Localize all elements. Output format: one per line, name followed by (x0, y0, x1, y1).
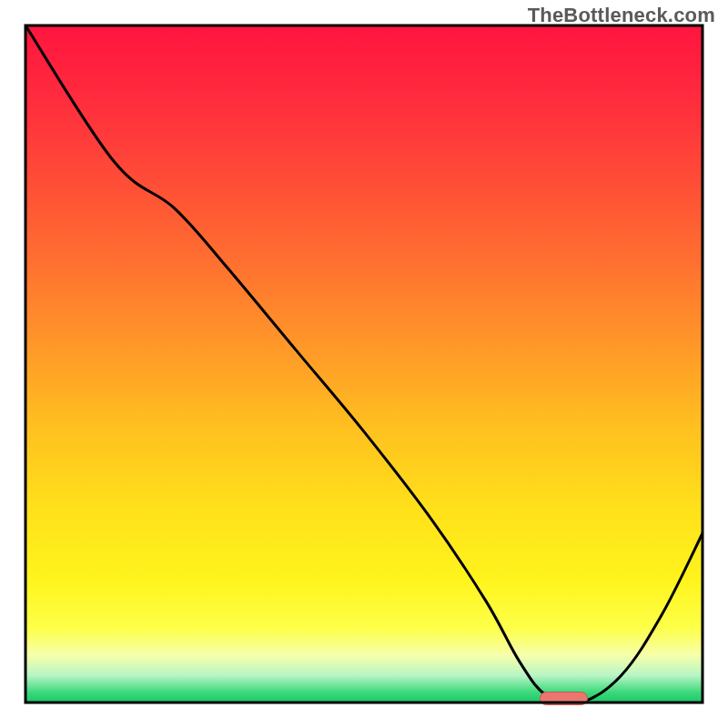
watermark-text: TheBottleneck.com (528, 4, 715, 27)
plot-background (25, 25, 703, 703)
chart-stage: TheBottleneck.com (0, 0, 728, 728)
chart-svg (0, 0, 728, 728)
